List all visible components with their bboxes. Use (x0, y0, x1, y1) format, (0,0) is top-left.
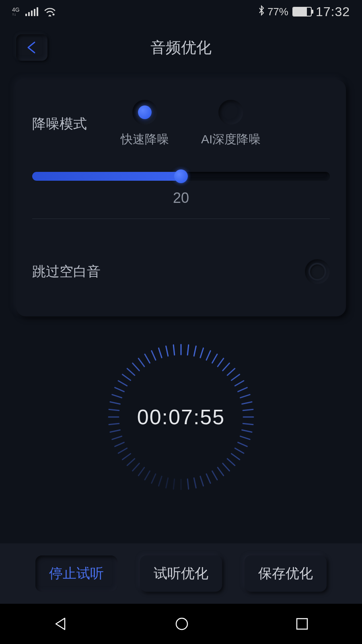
svg-line-54 (133, 363, 140, 371)
radio-dot-icon (224, 105, 238, 119)
svg-line-43 (112, 436, 122, 440)
svg-line-50 (115, 388, 124, 392)
network-indicator: 4G ↑↓ (12, 7, 20, 17)
save-optimize-button[interactable]: 保存优化 (245, 555, 327, 592)
timer-display: 00:07:55 (137, 405, 225, 429)
svg-line-11 (235, 381, 244, 386)
radio-ai-deep-noise[interactable]: AI深度降噪 (201, 100, 261, 148)
radio-fast-noise[interactable]: 快速降噪 (121, 100, 169, 148)
stop-preview-button[interactable]: 停止试听 (35, 555, 117, 592)
skip-silence-label: 跳过空白音 (32, 262, 101, 281)
svg-line-60 (173, 345, 175, 355)
svg-line-36 (145, 471, 150, 480)
svg-line-17 (243, 423, 253, 425)
wifi-icon (44, 7, 56, 17)
svg-line-9 (227, 369, 235, 376)
slider-thumb[interactable] (174, 169, 188, 183)
svg-line-6 (212, 354, 218, 363)
svg-line-56 (145, 354, 150, 363)
svg-line-44 (110, 430, 120, 432)
svg-point-0 (52, 14, 54, 16)
settings-card: 降噪模式 快速降噪 AI深度降噪 20 跳过空白音 (16, 80, 346, 316)
svg-line-49 (112, 394, 122, 398)
svg-point-61 (176, 618, 187, 630)
status-bar: 4G ↑↓ 77% 17:32 (0, 0, 362, 23)
nav-home-button[interactable] (174, 616, 190, 632)
svg-line-29 (194, 478, 196, 488)
svg-line-10 (231, 374, 239, 380)
svg-line-19 (240, 436, 250, 440)
svg-line-53 (127, 369, 135, 376)
svg-line-30 (187, 479, 189, 489)
svg-line-37 (138, 467, 144, 475)
nav-recent-button[interactable] (295, 617, 309, 631)
svg-line-42 (115, 442, 124, 446)
svg-line-15 (243, 409, 253, 411)
clock: 17:32 (316, 4, 350, 19)
svg-line-2 (187, 345, 189, 355)
svg-line-7 (218, 358, 224, 366)
noise-mode-radio-group: 快速降噪 AI深度降噪 (121, 100, 261, 148)
timer-section: 00:07:55 (0, 341, 362, 493)
page-title: 音频优化 (0, 37, 362, 58)
svg-line-59 (166, 346, 168, 356)
svg-line-41 (118, 448, 127, 454)
svg-line-48 (110, 402, 120, 404)
svg-line-28 (200, 476, 204, 486)
battery-icon (292, 7, 312, 17)
svg-line-47 (109, 409, 119, 411)
system-nav-bar (0, 604, 362, 644)
radio-dot-icon (138, 105, 152, 119)
bluetooth-icon (258, 5, 265, 19)
divider (32, 219, 330, 219)
preview-optimize-button[interactable]: 试听优化 (140, 555, 222, 592)
svg-line-52 (122, 374, 130, 380)
noise-slider[interactable] (32, 172, 330, 181)
svg-line-13 (240, 394, 250, 398)
svg-line-39 (127, 459, 135, 466)
chevron-left-icon (26, 41, 38, 54)
svg-line-12 (238, 388, 247, 392)
toggle-circle-icon (309, 263, 326, 281)
noise-mode-label: 降噪模式 (32, 115, 97, 133)
svg-line-3 (194, 346, 196, 356)
signal-icon (25, 7, 38, 16)
svg-line-40 (122, 454, 130, 460)
svg-line-55 (138, 358, 144, 366)
nav-back-button[interactable] (53, 616, 69, 632)
timer-dial: 00:07:55 (105, 341, 257, 493)
svg-line-24 (223, 463, 230, 471)
svg-line-57 (152, 351, 156, 360)
svg-line-18 (242, 430, 252, 432)
svg-line-58 (158, 348, 162, 358)
svg-rect-62 (297, 619, 307, 629)
svg-line-23 (227, 459, 235, 466)
svg-line-8 (223, 363, 230, 371)
svg-line-32 (173, 479, 175, 489)
battery-percent: 77% (267, 6, 288, 18)
bottom-action-bar: 停止试听 试听优化 保存优化 (0, 543, 362, 604)
svg-line-51 (118, 381, 127, 386)
svg-line-14 (242, 402, 252, 404)
svg-line-27 (206, 474, 210, 483)
back-button[interactable] (16, 34, 47, 61)
skip-silence-toggle[interactable] (305, 259, 330, 284)
svg-line-5 (206, 351, 210, 360)
svg-line-4 (200, 348, 204, 358)
svg-line-26 (212, 471, 218, 480)
svg-line-25 (218, 467, 224, 475)
svg-line-45 (109, 423, 119, 425)
svg-line-22 (231, 454, 239, 460)
svg-line-38 (133, 463, 140, 471)
svg-line-21 (235, 448, 244, 454)
svg-line-34 (158, 476, 162, 486)
header: 音频优化 (0, 23, 362, 72)
svg-line-20 (238, 442, 247, 446)
svg-line-33 (166, 478, 168, 488)
slider-value: 20 (32, 190, 330, 206)
svg-line-35 (152, 474, 156, 483)
